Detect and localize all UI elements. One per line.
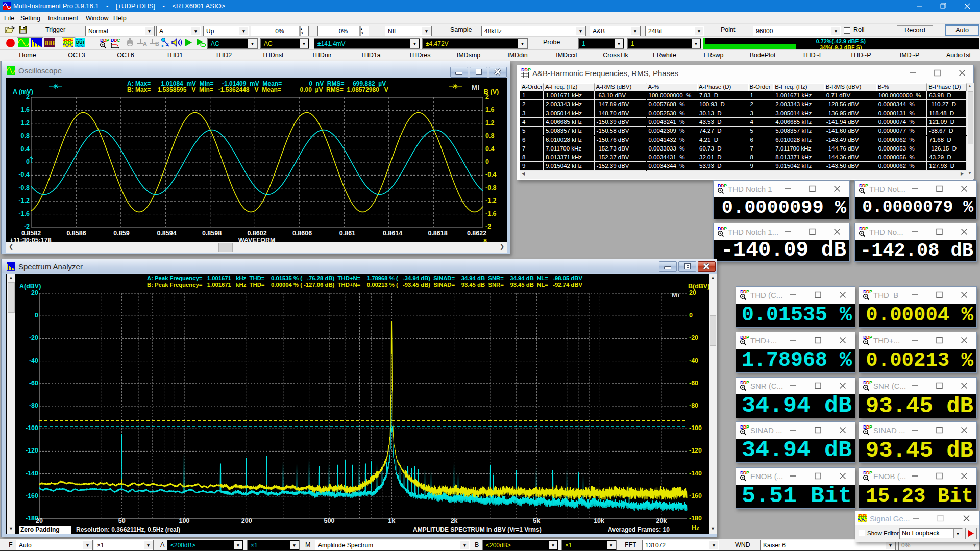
svg-text:A: A <box>143 41 147 47</box>
svg-text:888: 888 <box>45 40 55 47</box>
svg-text:DUT: DUT <box>76 40 85 45</box>
svg-text:B: B <box>155 41 159 47</box>
